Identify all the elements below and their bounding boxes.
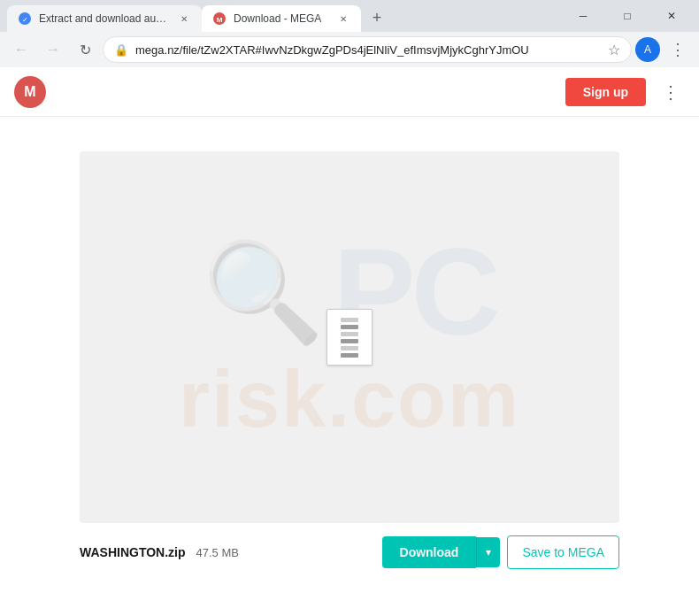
file-size: 47.5 MB	[196, 546, 239, 559]
window-controls: ─ □ ✕	[563, 0, 692, 32]
tab2-favicon: M	[212, 12, 227, 26]
tab1-title: Extract and download audio an...	[39, 12, 170, 25]
tab-mega[interactable]: M Download - MEGA ✕	[202, 5, 361, 32]
zip-stripe-6	[341, 353, 358, 358]
zip-file-icon	[326, 309, 373, 366]
mega-header: M Sign up ⋮	[0, 67, 699, 117]
zip-stripe-4	[341, 339, 358, 343]
back-button[interactable]: ←	[7, 35, 35, 64]
risk-watermark: risk.com	[179, 354, 520, 445]
forward-button[interactable]: →	[39, 35, 67, 64]
file-preview-area: 🔍 PC risk.com	[80, 151, 619, 523]
magnifier-watermark: 🔍	[203, 243, 324, 341]
download-button[interactable]: Download	[382, 536, 477, 568]
mega-main: 🔍 PC risk.com	[0, 117, 699, 616]
mega-header-right: Sign up ⋮	[565, 78, 685, 106]
svg-text:M: M	[217, 16, 223, 24]
url-text: mega.nz/file/tZw2XTAR#IwvNzDkgwZgPDs4jEl…	[135, 43, 601, 57]
tabs-bar: ✓ Extract and download audio an... ✕ M D…	[0, 0, 699, 32]
close-button[interactable]: ✕	[651, 0, 692, 32]
file-actions: Download ▾ Save to MEGA	[382, 535, 619, 569]
page-content: M Sign up ⋮ 🔍 PC risk.com	[0, 67, 699, 616]
nav-bar: ← → ↻ 🔒 mega.nz/file/tZw2XTAR#IwvNzDkgwZ…	[0, 32, 699, 67]
zip-stripe-5	[341, 346, 358, 350]
nav-right: A ⋮	[635, 35, 692, 64]
browser-frame: ✓ Extract and download audio an... ✕ M D…	[0, 0, 699, 616]
maximize-button[interactable]: □	[607, 0, 648, 32]
download-arrow-button[interactable]: ▾	[476, 537, 500, 567]
zip-stripe-1	[341, 318, 358, 322]
bookmark-icon[interactable]: ☆	[608, 42, 620, 58]
mega-more-button[interactable]: ⋮	[657, 78, 685, 106]
lock-icon: 🔒	[114, 43, 128, 57]
svg-text:✓: ✓	[22, 16, 28, 24]
tab1-close-icon[interactable]: ✕	[177, 12, 191, 26]
zip-stripe-2	[341, 325, 358, 329]
new-tab-button[interactable]: +	[365, 5, 389, 30]
tab2-title: Download - MEGA	[234, 12, 329, 25]
tab-extract[interactable]: ✓ Extract and download audio an... ✕	[7, 5, 202, 32]
profile-button[interactable]: A	[635, 37, 660, 62]
zip-icon-visual	[326, 309, 373, 366]
tab1-favicon: ✓	[18, 12, 32, 26]
browser-more-button[interactable]: ⋮	[664, 35, 692, 64]
address-bar[interactable]: 🔒 mega.nz/file/tZw2XTAR#IwvNzDkgwZgPDs4j…	[103, 36, 632, 63]
file-info-bar: WASHINGTON.zip 47.5 MB Download ▾ Save t…	[80, 523, 619, 581]
save-to-mega-button[interactable]: Save to MEGA	[507, 535, 619, 569]
mega-logo: M	[14, 76, 46, 108]
mega-page: M Sign up ⋮ 🔍 PC risk.com	[0, 67, 699, 616]
zip-stripe-3	[341, 332, 358, 336]
zip-stripes	[341, 318, 358, 358]
refresh-button[interactable]: ↻	[71, 35, 99, 64]
tab2-close-icon[interactable]: ✕	[336, 12, 350, 26]
signup-button[interactable]: Sign up	[565, 78, 646, 106]
file-name: WASHINGTON.zip	[80, 545, 186, 559]
minimize-button[interactable]: ─	[563, 0, 603, 32]
